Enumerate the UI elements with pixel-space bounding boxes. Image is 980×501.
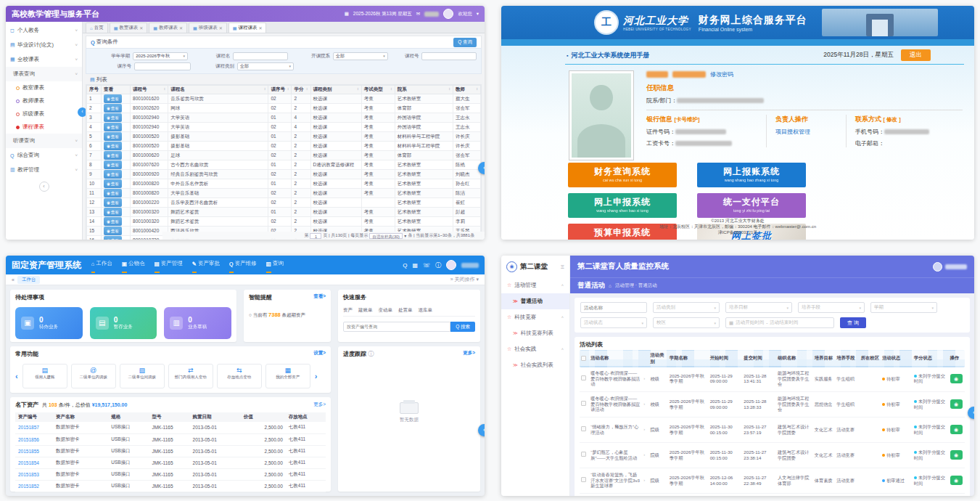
change-password-link[interactable]: 修改密码 <box>710 70 733 78</box>
select-all-checkbox[interactable] <box>581 356 586 361</box>
asset-id-link[interactable]: 20151856 <box>15 433 53 445</box>
asset-id-link[interactable]: 20151855 <box>15 445 53 457</box>
headset-icon[interactable]: ☏ <box>423 262 430 269</box>
sidebar-item-综合查询[interactable]: Q综合查询˅ <box>6 148 82 163</box>
seq-input[interactable] <box>134 62 191 70</box>
view-button[interactable]: ◉查看 <box>104 104 122 113</box>
activity-name-input[interactable] <box>580 302 647 313</box>
function-tile[interactable]: ⇄ 部门内领用人变动 <box>168 364 213 388</box>
function-tile[interactable]: ▦ 我的全部资产 <box>265 364 310 388</box>
system-entry-button[interactable]: 统一支付平台 tong yi zhi fu ping tai <box>697 193 806 218</box>
avatar[interactable] <box>443 9 453 19</box>
sidebar-fold-icon[interactable]: Ξ <box>561 264 564 270</box>
menu-item-tech-contest-list[interactable]: ≫科技竞赛列表 <box>501 325 569 341</box>
todo-card[interactable]: ▥ 0业务草稿 <box>164 307 231 339</box>
close-ops-menu[interactable]: 关闭操作 <box>455 277 475 282</box>
close-icon[interactable]: ✕ <box>258 25 262 30</box>
view-button[interactable]: ◉ <box>950 425 963 434</box>
row-checkbox[interactable] <box>581 452 586 457</box>
menu-item-normal-activity[interactable]: ≫普通活动 <box>501 293 569 309</box>
sidebar-item-school-schedule[interactable]: ▦全校课表˅ <box>6 52 82 67</box>
nav-item[interactable]: ▣公物仓 <box>122 256 145 274</box>
view-button[interactable]: ◉查看 <box>104 189 122 197</box>
activity-type-select[interactable]: 活动类别▾ <box>653 302 720 313</box>
asset-id-link[interactable]: 20151857 <box>15 422 53 433</box>
function-tile[interactable]: ▤ 领用人建账 <box>22 364 67 388</box>
view-button[interactable]: ◉查看 <box>104 208 122 216</box>
sidebar-item-course-schedule[interactable]: 课程课表 <box>6 121 82 134</box>
more-link[interactable]: 更多> <box>313 402 326 408</box>
page-number-input[interactable]: 1 <box>310 233 321 239</box>
sidebar-item-class-schedule[interactable]: 班级课表 <box>6 107 82 121</box>
nav-item[interactable]: ▤资产管理 <box>155 256 183 274</box>
view-button[interactable]: ◉查看 <box>104 132 122 141</box>
method-select[interactable]: 培养手段▾ <box>798 302 865 313</box>
card-maintain-link[interactable]: [卡号维护] <box>675 116 700 123</box>
view-button[interactable]: ◉查看 <box>104 123 122 131</box>
goal-select[interactable]: 培养目标▾ <box>725 302 792 313</box>
system-entry-button[interactable]: 网上报账系统 wang shang bao zhang xi tong <box>697 163 806 187</box>
view-button[interactable]: ◉查看 <box>104 94 122 103</box>
home-icon[interactable]: ⌂ <box>609 283 612 288</box>
contact-edit-link[interactable]: [ 修改 ] <box>884 116 901 123</box>
sidebar-item-evaluation[interactable]: ▥教评管理˅ <box>6 163 82 177</box>
row-checkbox[interactable] <box>581 375 586 380</box>
view-button[interactable]: ◉ <box>950 399 963 409</box>
carousel-left-arrow[interactable]: ‹ <box>15 372 18 380</box>
term-select[interactable]: 学期▾ <box>870 302 937 313</box>
campus-select[interactable]: 校区▾ <box>653 317 720 328</box>
settings-link[interactable]: 设置> <box>313 350 326 357</box>
manual-link[interactable]: 河北工业大学系统使用手册 <box>571 51 649 60</box>
tab-home[interactable]: ⌂首页 <box>86 23 108 33</box>
status-select[interactable]: 活动状态▾ <box>580 317 647 328</box>
sidebar-collapse-button[interactable]: ‹ <box>39 182 49 192</box>
function-tile[interactable]: @ 二级单位内调拨 <box>71 364 116 388</box>
nav-item[interactable]: ▥查询 <box>266 256 284 274</box>
chevron-down-icon[interactable]: ▾ <box>404 233 406 238</box>
search-icon[interactable]: Q <box>403 262 407 269</box>
asset-search-input[interactable] <box>343 322 450 332</box>
dept-select[interactable]: 全部▾ <box>333 52 388 60</box>
tab-course-schedule[interactable]: ▦课程课表✕ <box>228 23 267 33</box>
asset-id-link[interactable]: 20151852 <box>15 480 53 492</box>
view-button[interactable]: ◉查看 <box>104 198 122 207</box>
carousel-right-arrow[interactable]: › <box>315 372 318 380</box>
breadcrumb-chip[interactable]: 工作台 <box>17 276 41 284</box>
nav-item[interactable]: ✎资产审批 <box>192 256 220 274</box>
query-button[interactable]: Q 查询 <box>453 38 477 47</box>
row-checkbox[interactable] <box>581 401 586 406</box>
close-icon[interactable]: ✕ <box>179 25 183 30</box>
view-button[interactable]: ◉查看 <box>104 217 122 226</box>
avatar[interactable] <box>446 260 456 270</box>
term-select[interactable]: 2025-2026学年秋▾ <box>133 52 188 60</box>
menu-group-activity[interactable]: ☆活动管理˄ <box>501 277 569 293</box>
expand-icon[interactable]: › <box>643 402 645 406</box>
info-icon[interactable]: ⓘ <box>435 261 441 269</box>
sidebar-item-teacher-schedule[interactable]: 教师课表 <box>6 94 82 107</box>
quick-tab[interactable]: 资产 <box>343 307 353 314</box>
type-select[interactable]: 全部▾ <box>237 62 294 70</box>
sidebar-item-thesis[interactable]: ▤毕业设计(论文)˅ <box>6 38 82 52</box>
tab-teacher-schedule[interactable]: ▦教师课表✕ <box>149 23 187 33</box>
close-icon[interactable]: ✕ <box>139 25 143 30</box>
asset-id-link[interactable]: 20151853 <box>15 468 53 480</box>
course-name-input[interactable] <box>233 52 288 60</box>
nav-item[interactable]: ⌂工作台 <box>91 256 112 274</box>
per-page-select[interactable]: 自适应栏高(30) <box>369 233 403 239</box>
view-button[interactable]: ◉查看 <box>104 142 122 150</box>
todo-card[interactable]: ▣ 0待办业务 <box>15 307 83 339</box>
message-icon[interactable]: ✉ <box>416 11 420 17</box>
view-button[interactable]: ◉ <box>950 476 963 485</box>
todo-card[interactable]: ▤ 0暂存业务 <box>90 307 157 339</box>
sidebar-item-room-schedule[interactable]: 教室课表 <box>6 81 82 94</box>
row-checkbox[interactable] <box>581 477 586 482</box>
expand-icon[interactable]: › <box>643 478 645 482</box>
view-button[interactable]: ◉ <box>950 374 963 383</box>
tab-room-schedule[interactable]: ▦教室课表✕ <box>110 23 148 33</box>
row-checkbox[interactable] <box>581 426 586 431</box>
view-button[interactable]: ◉ <box>950 450 963 460</box>
quick-tab[interactable]: 处置单 <box>398 307 413 314</box>
chevron-down-icon[interactable]: ▾ <box>477 11 479 17</box>
view-button[interactable]: ◉查看 <box>104 236 122 240</box>
logout-button[interactable]: 退出 <box>901 49 931 61</box>
